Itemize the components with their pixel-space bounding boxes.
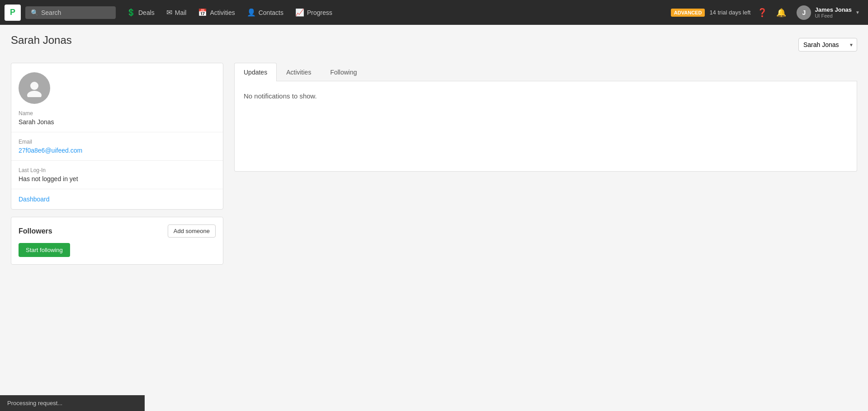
- content-layout: Name Sarah Jonas Email 27f0a8e6@uifeed.c…: [11, 63, 857, 265]
- trial-text: 14 trial days left: [709, 9, 750, 16]
- info-card: Name Sarah Jonas Email 27f0a8e6@uifeed.c…: [11, 63, 223, 210]
- chevron-down-icon: ▼: [855, 10, 860, 15]
- user-avatar: J: [797, 5, 811, 20]
- followers-section: Followers Add someone Start following: [11, 217, 223, 265]
- activities-icon: 📅: [198, 8, 207, 17]
- name-value: Sarah Jonas: [19, 118, 216, 126]
- page-wrapper: Sarah Jonas Sarah Jonas: [0, 25, 868, 274]
- email-value[interactable]: 27f0a8e6@uifeed.com: [19, 147, 82, 154]
- tab-following[interactable]: Following: [321, 63, 366, 81]
- name-label: Name: [19, 110, 216, 117]
- nav-item-contacts[interactable]: 👤 Contacts: [241, 5, 289, 20]
- tabs: Updates Activities Following: [234, 63, 857, 81]
- last-login-row: Last log-in Has not logged in yet: [11, 161, 223, 189]
- app-logo[interactable]: P: [5, 5, 21, 21]
- name-row: Name Sarah Jonas: [11, 104, 223, 132]
- top-navigation: P 🔍 Search 💲 Deals ✉ Mail 📅 Activities 👤…: [0, 0, 868, 25]
- nav-item-mail[interactable]: ✉ Mail: [161, 5, 192, 20]
- page-title: Sarah Jonas: [11, 34, 72, 47]
- email-row: Email 27f0a8e6@uifeed.com: [11, 132, 223, 161]
- contact-select[interactable]: Sarah Jonas: [798, 38, 857, 51]
- dashboard-row: Dashboard: [11, 189, 223, 209]
- right-panel: Updates Activities Following No notifica…: [234, 63, 857, 172]
- nav-item-contacts-label: Contacts: [259, 9, 283, 16]
- left-panel: Name Sarah Jonas Email 27f0a8e6@uifeed.c…: [11, 63, 223, 265]
- search-box[interactable]: 🔍 Search: [25, 6, 116, 19]
- start-following-button[interactable]: Start following: [19, 243, 70, 257]
- followers-header: Followers Add someone: [19, 224, 216, 238]
- search-icon: 🔍: [31, 9, 38, 16]
- nav-item-activities-label: Activities: [210, 9, 235, 16]
- last-login-label: Last log-in: [19, 167, 216, 173]
- nav-item-mail-label: Mail: [175, 9, 187, 16]
- notifications-button[interactable]: 🔔: [774, 5, 788, 20]
- followers-title: Followers: [19, 227, 52, 235]
- contacts-icon: 👤: [247, 8, 256, 17]
- last-login-value: Has not logged in yet: [19, 175, 216, 182]
- nav-item-progress-label: Progress: [307, 9, 332, 16]
- tab-updates[interactable]: Updates: [234, 63, 277, 81]
- email-label: Email: [19, 139, 216, 145]
- help-button[interactable]: ❓: [755, 5, 769, 20]
- deals-icon: 💲: [127, 8, 136, 17]
- user-sub: UI Feed: [815, 13, 852, 19]
- search-label: Search: [41, 9, 61, 16]
- user-menu[interactable]: J James Jonas UI Feed ▼: [793, 4, 863, 22]
- svg-point-0: [30, 82, 38, 90]
- nav-items: 💲 Deals ✉ Mail 📅 Activities 👤 Contacts 📈…: [121, 5, 338, 20]
- add-someone-button[interactable]: Add someone: [168, 224, 216, 238]
- avatar: [19, 72, 50, 104]
- progress-icon: 📈: [295, 8, 304, 17]
- app-container: P 🔍 Search 💲 Deals ✉ Mail 📅 Activities 👤…: [0, 0, 868, 274]
- advanced-badge: ADVANCED: [671, 9, 705, 17]
- nav-right: ADVANCED 14 trial days left ❓ 🔔 J James …: [671, 4, 863, 22]
- no-notifications-message: No notifications to show.: [235, 81, 857, 111]
- nav-item-deals[interactable]: 💲 Deals: [121, 5, 160, 20]
- user-info: James Jonas UI Feed: [815, 6, 852, 19]
- nav-item-activities[interactable]: 📅 Activities: [193, 5, 240, 20]
- user-name: James Jonas: [815, 6, 852, 13]
- page-content: Sarah Jonas Sarah Jonas: [0, 25, 868, 274]
- nav-item-progress[interactable]: 📈 Progress: [290, 5, 338, 20]
- tab-content: No notifications to show.: [234, 81, 857, 172]
- tab-activities[interactable]: Activities: [277, 63, 321, 81]
- nav-item-deals-label: Deals: [138, 9, 155, 16]
- dashboard-link[interactable]: Dashboard: [19, 196, 50, 203]
- mail-icon: ✉: [166, 8, 172, 17]
- contact-select-wrapper[interactable]: Sarah Jonas: [798, 38, 857, 51]
- profile-area: [11, 63, 223, 104]
- svg-point-1: [27, 91, 42, 97]
